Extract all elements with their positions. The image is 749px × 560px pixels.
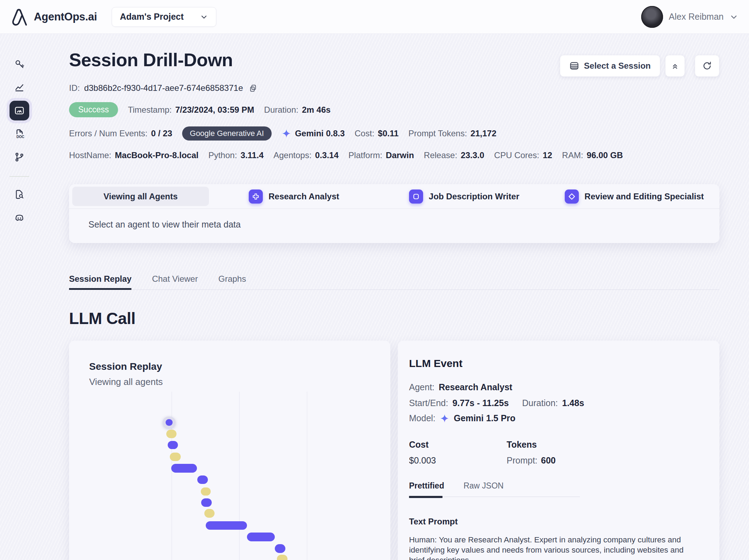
event-tabs-active-underline [409, 496, 442, 498]
llm-event-bar[interactable] [206, 521, 247, 530]
agent-label: Review and Editing Specialist [584, 192, 704, 201]
event-card-title: LLM Event [409, 357, 707, 369]
prompt-label: Prompt: [507, 455, 538, 466]
tab-chat-viewer[interactable]: Chat Viewer [152, 274, 198, 290]
llm-event-bar[interactable] [171, 464, 197, 473]
project-selector[interactable]: Adam's Project [112, 7, 216, 27]
event-duration-label: Duration: [522, 398, 558, 408]
refresh-button[interactable] [695, 55, 719, 77]
brand-name: AgentOps.ai [34, 11, 97, 23]
sidebar-item-analytics[interactable] [10, 77, 29, 97]
hostname-value: MacBook-Pro-8.local [115, 150, 198, 160]
copy-icon[interactable] [249, 84, 258, 93]
plus-badge-icon [249, 189, 263, 204]
cpu-value: 12 [543, 150, 552, 160]
agentops-value: 0.3.14 [315, 150, 339, 160]
sidebar: DOC [0, 34, 39, 560]
agents-tab-research-analyst[interactable]: Research Analyst [209, 184, 379, 209]
agentops-label: Agentops: [273, 150, 311, 160]
sidebar-item-session-search[interactable] [10, 185, 29, 204]
brand: AgentOps.ai [11, 7, 97, 26]
event-tabs: Prettified Raw JSON [409, 481, 707, 497]
agent-label: Research Analyst [268, 192, 339, 201]
gemini-star-icon [281, 129, 291, 138]
sidebar-item-docs[interactable]: DOC [10, 124, 29, 144]
text-prompt-body: Human: You are Research Analyst. Expert … [409, 535, 689, 560]
sidebar-item-discord[interactable] [10, 208, 29, 228]
section-heading: LLM Call [69, 309, 719, 328]
view-tabs: Session Replay Chat Viewer Graphs [69, 274, 719, 290]
prompt-tokens-count: 600 [541, 455, 556, 466]
refresh-icon [702, 61, 712, 71]
tool-event-bar[interactable] [201, 487, 211, 496]
collapse-button[interactable] [665, 55, 685, 77]
sdk-version: Gemini 0.8.3 [295, 129, 345, 138]
session-meta-row: Errors / Num Events:0 / 23 Google Genera… [69, 126, 719, 141]
tool-event-bar[interactable] [170, 453, 181, 461]
session-id-value: d3b86b2c-f930-4d17-aee7-674e6858371e [84, 83, 243, 93]
llm-event-bar[interactable] [166, 419, 173, 426]
chevron-down-icon [729, 12, 738, 21]
ram-value: 96.00 GB [587, 150, 623, 160]
agentops-logo-icon [11, 7, 29, 26]
line-chart-icon [14, 82, 25, 93]
project-selector-value: Adam's Project [120, 12, 184, 22]
session-id-label: ID: [69, 83, 80, 93]
tool-event-bar[interactable] [204, 509, 215, 518]
event-agent-row: Agent: Research Analyst [409, 382, 707, 392]
user-menu[interactable]: Alex Reibman [641, 6, 738, 28]
agents-hint: Select an agent to view their meta data [69, 209, 719, 243]
replay-chart [69, 392, 390, 560]
select-session-label: Select a Session [584, 61, 651, 71]
cpu-label: CPU Cores: [494, 150, 539, 160]
doc-file-icon: DOC [14, 129, 25, 139]
agents-tab-job-description-writer[interactable]: Job Description Writer [379, 184, 549, 209]
llm-event-bar[interactable] [197, 475, 208, 484]
release-value: 23.3.0 [461, 150, 484, 160]
event-timing-row: Start/End: 9.77s - 11.25s Duration: 1.48… [409, 398, 707, 408]
event-model-row: Model: Gemini 1.5 Pro [409, 413, 707, 423]
agent-label: Job Description Writer [429, 192, 519, 201]
llm-event-bar[interactable] [247, 533, 275, 541]
tab-session-replay[interactable]: Session Replay [69, 274, 131, 290]
dashboard-gauge-icon [14, 105, 25, 116]
tab-graphs[interactable]: Graphs [218, 274, 246, 290]
prompt-tokens-value: 21,172 [471, 129, 496, 138]
sidebar-item-session-drilldown[interactable] [10, 101, 29, 120]
sidebar-item-traces[interactable] [10, 147, 29, 167]
table-icon [569, 61, 579, 71]
status-badge: Success [69, 102, 118, 117]
sdk-badge: Gemini 0.8.3 [281, 129, 345, 138]
agents-tab-all[interactable]: Viewing all Agents [72, 187, 209, 206]
tab-prettified[interactable]: Prettified [409, 481, 444, 491]
tool-event-bar[interactable] [166, 430, 177, 438]
prompt-tokens-label: Prompt Tokens: [408, 129, 467, 138]
session-toolbar: Select a Session [560, 55, 719, 77]
timestamp-value: 7/23/2024, 03:59 PM [175, 105, 254, 115]
cost-label: Cost: [355, 129, 374, 138]
discord-icon [14, 212, 25, 223]
llm-event-card: LLM Event Agent: Research Analyst Start/… [398, 341, 719, 560]
tab-raw-json[interactable]: Raw JSON [464, 481, 504, 491]
chart-gridline [307, 392, 307, 560]
prompt-paragraph: Human: You are Research Analyst. Expert … [409, 535, 689, 560]
llm-event-bar[interactable] [201, 498, 212, 507]
agents-tab-review-editing-specialist[interactable]: Review and Editing Specialist [549, 184, 719, 209]
tool-event-bar[interactable] [277, 555, 287, 560]
provider-badge: Google Generative AI [182, 126, 272, 141]
start-end-label: Start/End: [409, 398, 448, 408]
llm-event-bar[interactable] [275, 544, 285, 553]
model-label: Model: [409, 413, 435, 423]
app-header: AgentOps.ai Adam's Project Alex Reibman [0, 0, 749, 34]
python-value: 3.11.4 [241, 150, 264, 160]
square-badge-icon [409, 189, 423, 204]
select-session-button[interactable]: Select a Session [560, 55, 660, 77]
sidebar-item-api-keys[interactable] [10, 54, 29, 74]
agents-tabs: Viewing all Agents Research Analyst Job … [69, 184, 719, 209]
model-value: Gemini 1.5 Pro [454, 413, 515, 423]
page-title: Session Drill-Down [69, 49, 233, 70]
diamond-badge-icon [565, 189, 579, 204]
user-name: Alex Reibman [669, 12, 724, 22]
tokens-heading: Tokens [507, 440, 556, 450]
llm-event-bar[interactable] [168, 441, 178, 449]
